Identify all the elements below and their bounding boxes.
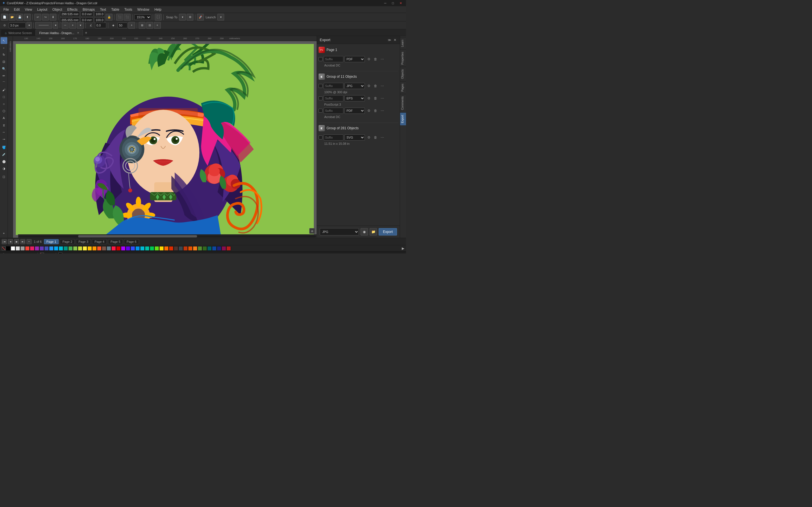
- page1-pdf-settings[interactable]: ⚙: [366, 56, 371, 62]
- tool-artmedia[interactable]: 🖌: [1, 87, 7, 93]
- group11-jpg-settings[interactable]: ⚙: [366, 83, 371, 89]
- settings-icon[interactable]: ⚙: [2, 252, 5, 253]
- artwork-canvas[interactable]: [16, 44, 314, 235]
- menu-table[interactable]: Table: [109, 7, 121, 12]
- group281-svg-suffix[interactable]: [324, 134, 343, 140]
- w-input[interactable]: [81, 11, 93, 17]
- color-swatch-27[interactable]: [140, 246, 145, 251]
- color-swatch-black[interactable]: [6, 246, 10, 251]
- tool-interactive[interactable]: ⬤: [1, 158, 7, 165]
- tool-eyedropper[interactable]: 💉: [1, 151, 7, 158]
- color-swatch-6[interactable]: [40, 246, 44, 251]
- color-swatch-25[interactable]: [131, 246, 135, 251]
- tool-add-page[interactable]: +: [1, 230, 7, 237]
- color-swatch-38[interactable]: [193, 246, 197, 251]
- page-first-button[interactable]: |◄: [2, 239, 7, 244]
- export-folder-button[interactable]: 📁: [370, 228, 377, 235]
- fullscreen-button[interactable]: ⛶: [155, 14, 161, 20]
- color-swatch-9[interactable]: [54, 246, 58, 251]
- color-swatch-20[interactable]: [107, 246, 111, 251]
- tab-close-button[interactable]: ✕: [77, 31, 79, 34]
- zoom-fit-button[interactable]: ⊕: [309, 228, 315, 234]
- group11-eps-checkbox[interactable]: [319, 96, 322, 100]
- color-swatch-14[interactable]: [78, 246, 82, 251]
- new-button[interactable]: 📄: [1, 14, 8, 20]
- group11-pdf-suffix[interactable]: [324, 108, 343, 114]
- tool-polygon[interactable]: ⬡: [1, 108, 7, 114]
- export-expand-button[interactable]: ≫: [387, 38, 392, 42]
- group281-svg-format[interactable]: SVG PDF JPG PNG EPS: [345, 134, 365, 140]
- snap-settings[interactable]: ⚙: [187, 14, 193, 20]
- group281-svg-more[interactable]: ⋯: [379, 135, 385, 140]
- color-swatch-12[interactable]: [68, 246, 73, 251]
- tab-properties[interactable]: Properties: [400, 49, 406, 67]
- color-swatch-10[interactable]: [59, 246, 63, 251]
- lock-ratio-button[interactable]: 🔒: [106, 14, 112, 20]
- no-fill-swatch[interactable]: [2, 246, 6, 250]
- tab-comments[interactable]: Comments: [400, 94, 406, 112]
- group11-jpg-suffix[interactable]: [324, 83, 343, 89]
- color-swatch-39[interactable]: [198, 246, 202, 251]
- menu-layout[interactable]: Layout: [35, 7, 50, 12]
- redo-button[interactable]: ↪: [42, 14, 49, 20]
- page-tab-4[interactable]: Page 4: [92, 239, 107, 244]
- page-tab-2[interactable]: Page 2: [60, 239, 75, 244]
- value2-input[interactable]: [117, 22, 128, 28]
- color-swatch-18[interactable]: [97, 246, 101, 251]
- group11-eps-settings[interactable]: ⚙: [366, 96, 371, 101]
- tool-zoom[interactable]: 🔍: [1, 65, 7, 72]
- color-swatch-35[interactable]: [179, 246, 183, 251]
- tab-active-document[interactable]: Firman Hatibu - Dragon... ✕: [36, 30, 83, 36]
- export-close-button[interactable]: ✕: [393, 38, 397, 42]
- horizontal-scrollbar[interactable]: [18, 234, 317, 238]
- color-swatch-43[interactable]: [217, 246, 221, 251]
- tool-fill[interactable]: 🪣: [1, 144, 7, 151]
- group11-jpg-format[interactable]: JPG PDF PNG EPS SVG: [345, 83, 365, 89]
- tool-text[interactable]: A: [1, 115, 7, 121]
- outline-width-input[interactable]: [9, 22, 26, 28]
- group281-svg-delete[interactable]: 🗑: [373, 135, 378, 140]
- color-swatch-1[interactable]: [15, 246, 20, 251]
- tool-transparency[interactable]: ◑: [1, 165, 7, 172]
- color-swatch-42[interactable]: [212, 246, 216, 251]
- minimize-button[interactable]: ─: [383, 1, 388, 5]
- menu-tools[interactable]: Tools: [122, 7, 135, 12]
- color-swatch-16[interactable]: [87, 246, 92, 251]
- menu-file[interactable]: File: [1, 7, 11, 12]
- group11-eps-suffix[interactable]: [324, 95, 343, 101]
- color-swatch-4[interactable]: [30, 246, 35, 251]
- export-main-button[interactable]: Export: [378, 228, 397, 235]
- color-swatch-36[interactable]: [183, 246, 188, 251]
- color-swatch-11[interactable]: [63, 246, 68, 251]
- color-swatch-7[interactable]: [44, 246, 49, 251]
- outline-style-btn[interactable]: ─────: [35, 22, 52, 29]
- page1-pdf-checkbox[interactable]: [319, 57, 322, 61]
- color-swatch-5[interactable]: [35, 246, 39, 251]
- tab-welcome[interactable]: ⌂ Welcome Screen: [1, 30, 36, 36]
- open-button[interactable]: 📂: [9, 14, 15, 20]
- color-swatch-40[interactable]: [202, 246, 207, 251]
- publish-button[interactable]: ⬆: [24, 14, 31, 20]
- plus-btn[interactable]: +: [154, 22, 161, 29]
- outline-style-dropdown[interactable]: ▾: [53, 22, 58, 29]
- zoom-select[interactable]: 151%: [134, 14, 151, 20]
- adjust-btn[interactable]: ⊟: [146, 22, 153, 29]
- corner-dropdown[interactable]: ▾: [77, 22, 84, 29]
- x-input[interactable]: [60, 11, 80, 17]
- color-swatch-23[interactable]: [121, 246, 125, 251]
- color-swatch-3[interactable]: [25, 246, 30, 251]
- color-swatch-33[interactable]: [169, 246, 173, 251]
- color-swatch-32[interactable]: [164, 246, 168, 251]
- color-swatch-22[interactable]: [116, 246, 121, 251]
- group11-eps-delete[interactable]: 🗑: [373, 96, 378, 101]
- page1-pdf-more[interactable]: ⋯: [379, 56, 385, 62]
- color-swatch-15[interactable]: [83, 246, 87, 251]
- export-footer-format[interactable]: JPG PDF PNG EPS SVG: [320, 228, 359, 235]
- page1-pdf-delete[interactable]: 🗑: [373, 56, 378, 62]
- color-swatch-31[interactable]: [159, 246, 164, 251]
- page-tab-1[interactable]: Page 1: [44, 239, 59, 244]
- group11-pdf-settings[interactable]: ⚙: [366, 108, 371, 114]
- maximize-button[interactable]: □: [390, 1, 396, 5]
- color-swatch-17[interactable]: [92, 246, 97, 251]
- tool-outline[interactable]: ◻: [1, 173, 7, 180]
